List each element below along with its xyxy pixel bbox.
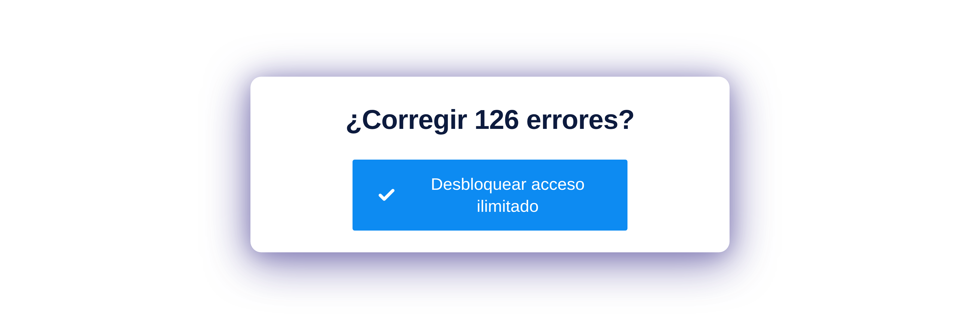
dialog-card-wrapper: ¿Corregir 126 errores? Desbloquear acces…	[250, 77, 730, 252]
dialog-title: ¿Corregir 126 errores?	[345, 104, 635, 135]
unlock-access-button[interactable]: Desbloquear acceso ilimitado	[353, 160, 627, 231]
dialog-card: ¿Corregir 126 errores? Desbloquear acces…	[250, 77, 730, 252]
check-icon	[377, 186, 396, 205]
unlock-button-label: Desbloquear acceso ilimitado	[412, 173, 603, 217]
